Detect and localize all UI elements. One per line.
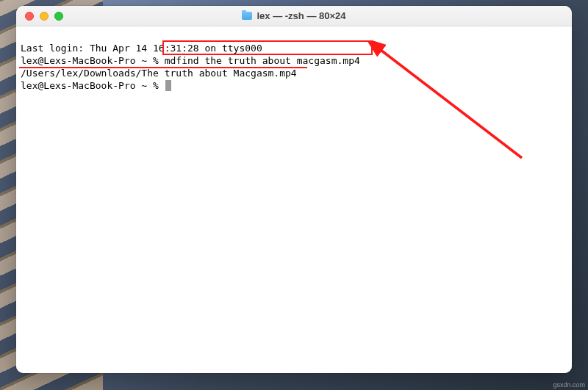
close-icon[interactable]: [25, 12, 34, 21]
terminal-window: lex — -zsh — 80×24 Last login: Thu Apr 1…: [16, 6, 572, 373]
shell-prompt: lex@Lexs-MacBook-Pro ~ %: [21, 55, 165, 66]
traffic-lights: [16, 12, 63, 21]
result-line: /Users/lex/Downloads/The truth about Mac…: [21, 67, 567, 79]
last-login-line: Last login: Thu Apr 14 16:31:28 on ttys0…: [21, 42, 567, 54]
shell-prompt: lex@Lexs-MacBook-Pro ~ %: [21, 80, 165, 91]
last-login-label: Last login:: [21, 43, 90, 54]
watermark: gsxdn.com: [553, 381, 585, 389]
maximize-icon[interactable]: [54, 12, 63, 21]
window-title: lex — -zsh — 80×24: [257, 10, 345, 21]
entered-command: mdfind the truth about macgasm.mp4: [165, 55, 360, 66]
title-center: lex — -zsh — 80×24: [16, 10, 572, 21]
folder-icon: [242, 12, 252, 20]
terminal-content[interactable]: Last login: Thu Apr 14 16:31:28 on ttys0…: [16, 26, 572, 373]
last-login-value: Thu Apr 14 16:31:28 on ttys000: [90, 43, 262, 54]
cursor: [165, 80, 171, 91]
minimize-icon[interactable]: [40, 12, 49, 21]
prompt-line: lex@Lexs-MacBook-Pro ~ %: [21, 79, 567, 92]
command-output: /Users/lex/Downloads/The truth about Mac…: [21, 68, 297, 79]
command-line: lex@Lexs-MacBook-Pro ~ % mdfind the trut…: [21, 54, 567, 67]
window-titlebar[interactable]: lex — -zsh — 80×24: [16, 6, 572, 26]
